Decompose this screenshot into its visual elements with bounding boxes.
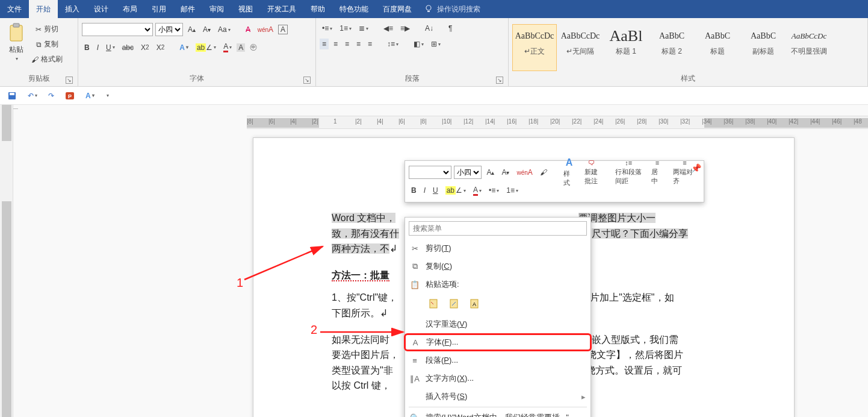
mini-italic[interactable]: I — [421, 185, 428, 196]
tab-file[interactable]: 文件 — [0, 0, 29, 18]
tab-developer[interactable]: 开发工具 — [260, 0, 303, 18]
text-effects-button[interactable]: A▾ — [177, 42, 191, 53]
cm-insert-symbol[interactable]: 插入符号(S)▸ — [405, 387, 591, 406]
strikethrough-button[interactable]: abc — [120, 42, 136, 53]
grow-font-button[interactable]: A▴ — [185, 24, 198, 35]
superscript-button[interactable]: X2 — [154, 42, 167, 53]
character-border-button[interactable]: A — [278, 25, 288, 34]
tab-home[interactable]: 开始 — [29, 0, 58, 18]
increase-indent-button[interactable]: ≡▶ — [398, 23, 412, 34]
mini-font-family[interactable] — [409, 166, 451, 179]
mini-numbering[interactable]: 1≡▾ — [504, 185, 521, 196]
tab-baidu[interactable]: 百度网盘 — [376, 0, 419, 18]
borders-button[interactable]: ⊞▾ — [429, 39, 443, 49]
style-0[interactable]: AaBbCcDc↵正文 — [512, 24, 557, 71]
mini-grow-font[interactable]: A▴ — [484, 167, 497, 178]
qat-text-effects-button[interactable]: A▾ — [83, 90, 97, 101]
qat-powerpoint-button[interactable]: P — [63, 90, 77, 102]
enclose-chars-button[interactable]: ㊥ — [247, 41, 259, 54]
multilevel-button[interactable]: ≣▾ — [356, 23, 371, 34]
tab-layout[interactable]: 布局 — [116, 0, 144, 18]
format-painter-button[interactable]: 🖌格式刷 — [29, 53, 65, 66]
tab-special[interactable]: 特色功能 — [332, 0, 376, 18]
context-menu-search[interactable] — [409, 221, 587, 236]
char-shading-button[interactable]: A — [237, 43, 245, 52]
paste-keep-source[interactable] — [426, 296, 441, 312]
paste-text-only[interactable]: A — [467, 296, 482, 312]
mini-bullets[interactable]: •≡▾ — [486, 185, 501, 196]
mini-line-spacing-button[interactable]: ↕≡行和段落 间距 — [612, 159, 645, 186]
copy-button[interactable]: ⧉复制 — [29, 38, 65, 51]
paste-button[interactable]: 粘贴 ▾ — [5, 22, 28, 63]
mini-format-painter[interactable]: 🖌 — [538, 167, 550, 178]
justify-button[interactable]: ≡ — [354, 39, 363, 49]
mini-highlight[interactable]: ab∠▾ — [443, 185, 468, 196]
style-1[interactable]: AaBbCcDc↵无间隔 — [558, 24, 603, 71]
change-case-button[interactable]: Aa▾ — [215, 24, 233, 35]
mini-underline[interactable]: U — [430, 185, 441, 196]
mini-bold[interactable]: B — [409, 185, 419, 196]
pin-icon[interactable]: 📌 — [691, 163, 701, 173]
qat-save-button[interactable] — [5, 90, 19, 102]
cm-text-direction[interactable]: ‖A文字方向(X)... — [405, 369, 591, 387]
highlight-button[interactable]: ab∠▾ — [193, 42, 219, 53]
italic-button[interactable]: I — [95, 42, 101, 53]
tab-design[interactable]: 设计 — [87, 0, 116, 18]
align-left-button[interactable]: ≡ — [320, 39, 329, 49]
style-4[interactable]: AaBbC标题 — [695, 24, 740, 71]
font-color-button[interactable]: A▾ — [221, 41, 234, 54]
cm-font[interactable]: A字体(F)... — [404, 333, 592, 351]
mini-shrink-font[interactable]: A▾ — [499, 167, 512, 178]
font-launcher[interactable]: ↘ — [303, 77, 311, 84]
mini-center-button[interactable]: ≡居中 — [648, 159, 667, 186]
mini-new-comment-button[interactable]: 🗨新建 批注 — [581, 159, 601, 186]
bold-button[interactable]: B — [82, 42, 92, 53]
paragraph-launcher[interactable]: ↘ — [496, 77, 503, 84]
tab-insert[interactable]: 插入 — [58, 0, 87, 18]
cm-paragraph[interactable]: ≡段落(P)... — [405, 351, 591, 369]
clipboard-launcher[interactable]: ↘ — [66, 77, 73, 84]
line-spacing-button[interactable]: ↕≡▾ — [385, 39, 401, 49]
mini-phonetic[interactable]: wénA — [514, 167, 535, 178]
style-6[interactable]: AaBbCcDc不明显强调 — [787, 24, 831, 71]
underline-button[interactable]: U▾ — [104, 42, 117, 53]
align-center-button[interactable]: ≡ — [331, 39, 340, 49]
numbering-button[interactable]: 1≡▾ — [337, 23, 354, 34]
tab-mail[interactable]: 邮件 — [173, 0, 202, 18]
tab-review[interactable]: 审阅 — [202, 0, 231, 18]
style-3[interactable]: AaBbC标题 2 — [649, 24, 694, 71]
qat-customize-button[interactable]: ▾ — [103, 92, 111, 99]
phonetic-guide-button[interactable]: wénA — [255, 24, 276, 35]
align-right-button[interactable]: ≡ — [343, 39, 352, 49]
cm-cut[interactable]: ✂剪切(T) — [405, 239, 591, 257]
mini-font-color[interactable]: A▾ — [471, 184, 484, 197]
tab-references[interactable]: 引用 — [144, 0, 173, 18]
shading-button[interactable]: ◧▾ — [411, 39, 426, 49]
vertical-ruler[interactable] — [0, 105, 13, 417]
qat-redo-button[interactable]: ↷ — [46, 90, 57, 101]
tab-help[interactable]: 帮助 — [303, 0, 332, 18]
cut-button[interactable]: ✂剪切 — [29, 23, 65, 36]
clear-formatting-button[interactable]: A̶ — [243, 24, 253, 35]
show-marks-button[interactable]: ¶ — [446, 23, 454, 34]
shrink-font-button[interactable]: A▾ — [200, 24, 213, 35]
style-5[interactable]: AaBbC副标题 — [741, 24, 786, 71]
cm-hanzi[interactable]: 汉字重选(V) — [405, 315, 591, 333]
mini-styles-button[interactable]: A样式 — [560, 157, 579, 187]
tell-me-search[interactable]: 操作说明搜索 — [424, 4, 480, 14]
distribute-button[interactable]: ≡ — [365, 39, 374, 49]
subscript-button[interactable]: X2 — [138, 42, 152, 53]
cm-copy[interactable]: ⧉复制(C) — [405, 257, 591, 275]
font-size-select[interactable]: 小四 — [155, 23, 183, 36]
horizontal-ruler[interactable]: |8||6||4||2|1|2||4||6||8||10||12||14||16… — [247, 116, 868, 129]
style-2[interactable]: AaBl标题 1 — [604, 24, 648, 71]
mini-font-size[interactable]: 小四 — [454, 166, 482, 179]
decrease-indent-button[interactable]: ◀≡ — [381, 23, 395, 34]
tab-view[interactable]: 视图 — [231, 0, 260, 18]
paste-merge[interactable] — [446, 296, 462, 312]
qat-undo-button[interactable]: ↶▾ — [25, 90, 40, 101]
font-family-select[interactable] — [82, 23, 153, 36]
sort-button[interactable]: A↓ — [423, 23, 436, 34]
bullets-button[interactable]: •≡▾ — [320, 23, 335, 34]
cm-search[interactable]: 🔍搜索(H)"Word文档中，我们经常需要插..." — [405, 409, 591, 417]
